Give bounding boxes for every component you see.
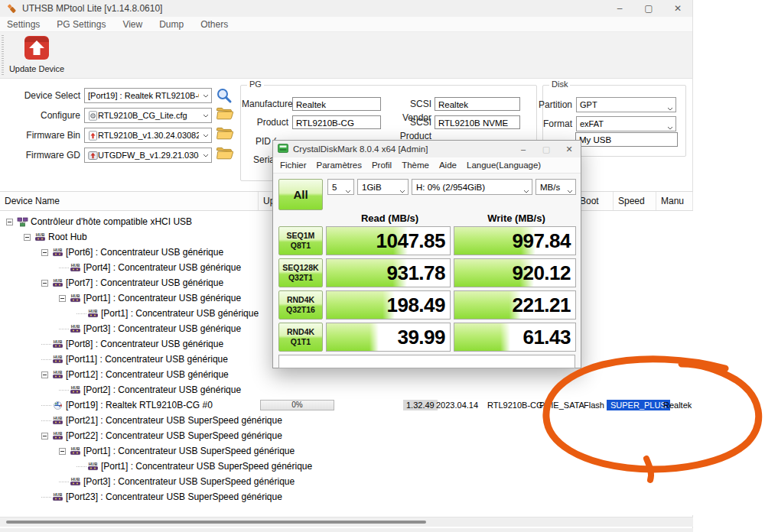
format-select[interactable]: exFAT bbox=[576, 116, 676, 131]
tree-row[interactable]: HUB[Port12] : Concentrateur USB génériqu… bbox=[0, 367, 693, 382]
tree-item-label: [Port6] : Concentrateur USB générique bbox=[66, 247, 223, 258]
tree-item-label: [Port22] : Concentrateur USB SuperSpeed … bbox=[66, 430, 282, 441]
tree-row[interactable]: HUB[Port1] : Concentrateur USB SuperSpee… bbox=[0, 459, 693, 474]
browse-folder-icon[interactable] bbox=[216, 107, 233, 120]
collapse-expander-icon[interactable] bbox=[41, 249, 48, 256]
pg-group-title: PG bbox=[247, 79, 264, 89]
write-value: 221.21 bbox=[512, 294, 571, 317]
tree-row[interactable]: HUB[Port3] : Concentrateur USB SuperSpee… bbox=[0, 474, 693, 489]
collapse-expander-icon[interactable] bbox=[59, 295, 66, 302]
collapse-expander-icon[interactable] bbox=[41, 433, 48, 440]
menu-item-view[interactable]: View bbox=[122, 19, 142, 30]
hub-icon: HUB bbox=[69, 385, 81, 394]
menu-item-others[interactable]: Others bbox=[200, 19, 228, 30]
cdm-menu-item-0[interactable]: Fichier bbox=[280, 161, 307, 170]
tree-row[interactable]: [Port19] : Realtek RTL9210B-CG #00%1.32.… bbox=[0, 397, 693, 413]
collapse-expander-icon[interactable] bbox=[41, 280, 48, 287]
menu-item-dump[interactable]: Dump bbox=[159, 19, 184, 30]
cdm-menu-item-5[interactable]: Langue(Language) bbox=[467, 161, 541, 170]
tree-item-label: [Port1] : Concentrateur USB SuperSpeed g… bbox=[83, 446, 295, 456]
chevron-down-icon bbox=[203, 134, 209, 138]
svg-text:HUB: HUB bbox=[70, 294, 80, 298]
device-select-select[interactable]: [Port19] : Realtek RTL9210B-CG #0 bbox=[84, 88, 212, 103]
tree-row[interactable]: HUB[Port2] : Concentrateur USB générique bbox=[0, 382, 693, 397]
write-value: 997.84 bbox=[512, 229, 571, 253]
cdm-menu-item-2[interactable]: Profil bbox=[372, 161, 392, 170]
pg-field-input-2[interactable]: RTL9210B-CG bbox=[292, 115, 381, 129]
cdm-unit-select[interactable]: MB/s bbox=[536, 179, 576, 195]
cdm-drive-select[interactable]: H: 0% (2/954GiB) bbox=[412, 179, 532, 195]
update-device-icon bbox=[23, 34, 50, 63]
cdm-test-size-select[interactable]: 1GiB bbox=[357, 179, 409, 195]
search-icon[interactable] bbox=[216, 87, 233, 104]
svg-text:HUB: HUB bbox=[70, 263, 80, 268]
pg-field-input-0[interactable]: Realtek bbox=[292, 97, 381, 111]
cdm-menu-item-3[interactable]: Thème bbox=[402, 161, 429, 170]
tree-row[interactable]: HUB[Port21] : Concentrateur USB SuperSpe… bbox=[0, 413, 693, 428]
cdm-test-button-rnd4k-q1t1[interactable]: RND4KQ1T1 bbox=[278, 323, 323, 352]
browse-folder-icon[interactable] bbox=[216, 147, 233, 160]
tree-item-label: [Port1] : Concentrateur USB SuperSpeed g… bbox=[101, 461, 312, 472]
tree-connector-line bbox=[41, 344, 51, 345]
collapse-expander-icon[interactable] bbox=[24, 234, 31, 241]
tree-row[interactable]: HUB[Port23] : Concentrateur USB SuperSpe… bbox=[0, 489, 693, 504]
hub-icon: HUB bbox=[51, 278, 63, 287]
cdm-menu-item-1[interactable]: Paramètres bbox=[317, 161, 362, 170]
menu-item-settings[interactable]: Settings bbox=[7, 19, 40, 30]
cdm-test-button-seq1m-q8t1[interactable]: SEQ1MQ8T1 bbox=[278, 226, 323, 255]
tree-connector-line bbox=[41, 420, 51, 421]
result-bar-fill bbox=[454, 323, 510, 351]
firmware-version-value: 1.32.49 bbox=[403, 400, 438, 410]
disk-group-title: Disk bbox=[549, 79, 570, 89]
tree-row[interactable]: HUB[Port22] : Concentrateur USB SuperSpe… bbox=[0, 428, 693, 443]
partition-select[interactable]: GPT bbox=[576, 97, 676, 112]
horizontal-scrollbar[interactable] bbox=[0, 517, 693, 527]
cdm-titlebar: CrystalDiskMark 8.0.4 x64 [Admin] – ▢ ✕ bbox=[273, 141, 581, 157]
chevron-down-icon bbox=[667, 103, 673, 112]
result-bar-fill bbox=[454, 291, 521, 319]
tree-row[interactable]: HUB[Port1] : Concentrateur USB SuperSpee… bbox=[0, 443, 693, 459]
controller-icon bbox=[16, 217, 28, 227]
column-header-device-name[interactable]: Device Name bbox=[0, 192, 259, 210]
partition-label: Partition bbox=[536, 97, 572, 112]
column-header-manu[interactable]: Manu bbox=[656, 192, 693, 210]
cdm-all-button[interactable]: All bbox=[278, 179, 323, 210]
cdm-test-button-rnd4k-q32t16[interactable]: RND4KQ32T16 bbox=[278, 290, 323, 320]
flash-progress-bar[interactable]: 0% bbox=[260, 400, 334, 410]
firmware-bin-select[interactable]: RTL9210B_v1.30.24.030822.bin bbox=[84, 128, 212, 143]
cdm-menu-item-4[interactable]: Aide bbox=[439, 161, 457, 170]
scrollbar-thumb[interactable] bbox=[6, 521, 426, 524]
column-header-speed[interactable]: Speed bbox=[614, 192, 656, 210]
browse-folder-icon[interactable] bbox=[216, 127, 233, 140]
svg-text:HUB: HUB bbox=[53, 339, 62, 344]
minimize-button[interactable]: – bbox=[605, 0, 634, 17]
hub-icon: HUB bbox=[51, 248, 63, 257]
cdm-close-button[interactable]: ✕ bbox=[558, 141, 581, 157]
cdm-minimize-button[interactable]: – bbox=[512, 141, 535, 157]
chevron-down-icon bbox=[203, 114, 209, 118]
tree-connector-line bbox=[76, 313, 86, 314]
volume-label-field[interactable]: My USB bbox=[575, 132, 678, 147]
gd-file-icon bbox=[88, 151, 98, 161]
menu-item-pg-settings[interactable]: PG Settings bbox=[57, 19, 106, 30]
update-device-button[interactable]: Update Device bbox=[8, 34, 66, 77]
format-label: Format bbox=[536, 116, 572, 131]
toolbar-grip[interactable] bbox=[2, 35, 4, 75]
maximize-button[interactable]: ▢ bbox=[634, 0, 663, 17]
cdm-comment-field[interactable] bbox=[278, 355, 575, 368]
mode-value: PCIE_SATA bbox=[539, 401, 584, 410]
boot-value: Flash bbox=[584, 401, 604, 410]
collapse-expander-icon[interactable] bbox=[59, 448, 66, 455]
pg-field-input-3[interactable]: RTL9210B NVME bbox=[435, 115, 520, 129]
cdm-test-button-seq128k-q32t1[interactable]: SEQ128KQ32T1 bbox=[278, 258, 323, 287]
window-title: UTHSB MPtool Lite [v1.14.8.0610] bbox=[22, 3, 162, 14]
collapse-expander-icon[interactable] bbox=[41, 371, 48, 378]
tree-connector-line bbox=[59, 329, 69, 329]
collapse-expander-icon[interactable] bbox=[6, 219, 13, 225]
configure-select[interactable]: RTL9210B_CG_Lite.cfg bbox=[84, 108, 212, 123]
result-bar-fill bbox=[327, 291, 395, 319]
cdm-test-count-select[interactable]: 5 bbox=[327, 179, 354, 195]
pg-field-input-1[interactable]: Realtek bbox=[435, 97, 520, 111]
close-button[interactable]: ✕ bbox=[663, 0, 692, 17]
firmware-gd-select[interactable]: UTGDFW_B_v1.29.21.030422.bin bbox=[84, 148, 212, 163]
